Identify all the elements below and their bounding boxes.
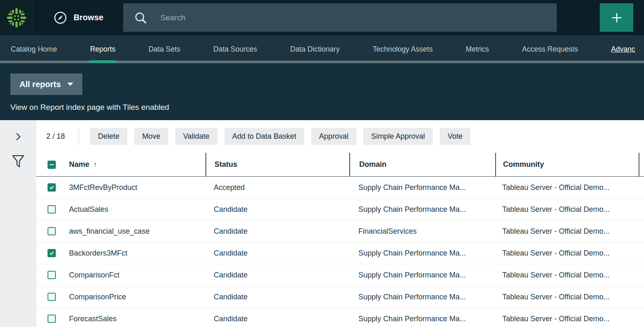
nav-data-sources[interactable]: Data Sources	[213, 35, 257, 63]
domain-cell[interactable]: Supply Chain Performance Ma...	[349, 177, 495, 198]
nav-data-sets[interactable]: Data Sets	[148, 35, 180, 63]
report-name-cell[interactable]: ComparisonPrice	[64, 286, 205, 308]
nav-access-requests[interactable]: Access Requests	[522, 35, 578, 63]
filter-button[interactable]	[10, 152, 26, 171]
row-checkbox[interactable]	[48, 271, 56, 279]
reports-panel: 2 / 18 Delete Move Validate Add to Data …	[36, 120, 644, 327]
collibra-logo-icon	[5, 7, 28, 29]
approval-button[interactable]: Approval	[311, 128, 356, 145]
validate-button[interactable]: Validate	[175, 128, 217, 145]
scope-label: All reports	[19, 80, 61, 89]
nav-metrics[interactable]: Metrics	[466, 35, 489, 63]
report-name-cell[interactable]: ActualSales	[64, 199, 205, 220]
report-name-cell[interactable]: Backorders3MFct	[64, 242, 205, 264]
status-cell: Candidate	[205, 286, 349, 308]
column-header-status[interactable]: Status	[205, 153, 349, 176]
all-reports-dropdown[interactable]: All reports	[10, 73, 82, 95]
content-area: 2 / 18 Delete Move Validate Add to Data …	[0, 120, 644, 327]
view-caption: View on Report index page with Tiles ena…	[10, 103, 644, 112]
left-rail	[0, 120, 36, 327]
domain-cell[interactable]: FinancialServices	[349, 220, 495, 242]
row-checkbox[interactable]	[48, 315, 56, 323]
delete-button[interactable]: Delete	[90, 128, 127, 145]
status-cell: Candidate	[205, 308, 349, 327]
sort-ascending-icon: ↑	[93, 161, 97, 169]
row-checkbox[interactable]	[48, 183, 56, 192]
nav-advanced[interactable]: Advanc	[611, 35, 635, 63]
column-header-domain[interactable]: Domain	[349, 153, 495, 176]
report-name-cell[interactable]: ForecastSales	[64, 308, 205, 327]
community-cell[interactable]: Tableau Server - Official Demo...	[495, 264, 639, 286]
status-cell: Accepted	[205, 177, 349, 198]
nav-data-dictionary[interactable]: Data Dictionary	[290, 35, 340, 63]
vote-button[interactable]: Vote	[440, 128, 470, 145]
table-header-row: Name ↑ Status Domain Community	[36, 153, 644, 177]
primary-nav: Catalog Home Reports Data Sets Data Sour…	[0, 35, 644, 63]
community-cell[interactable]: Tableau Server - Official Demo...	[495, 220, 639, 242]
topbar: Browse	[0, 0, 644, 35]
row-checkbox[interactable]	[48, 293, 56, 301]
row-checkbox[interactable]	[48, 249, 56, 257]
nav-technology-assets[interactable]: Technology Assets	[373, 35, 433, 63]
community-cell[interactable]: Tableau Server - Official Demo...	[495, 199, 639, 220]
community-cell[interactable]: Tableau Server - Official Demo...	[495, 177, 639, 198]
filter-funnel-icon	[12, 154, 25, 170]
domain-cell[interactable]: Supply Chain Performance Ma...	[349, 242, 495, 264]
nav-catalog-home[interactable]: Catalog Home	[11, 35, 57, 63]
browse-label: Browse	[74, 13, 103, 22]
column-header-community[interactable]: Community	[495, 153, 639, 176]
collibra-app: Browse Catalog Home Reports Data Sets Da…	[0, 0, 644, 327]
simple-approval-button[interactable]: Simple Approval	[363, 128, 433, 145]
domain-cell[interactable]: Supply Chain Performance Ma...	[349, 264, 495, 286]
create-asset-button[interactable]	[600, 3, 633, 32]
table-row[interactable]: ComparisonPrice Candidate Supply Chain P…	[36, 286, 644, 308]
status-cell: Candidate	[205, 242, 349, 264]
browse-menu[interactable]: Browse	[33, 0, 124, 35]
indeterminate-dash-icon	[49, 162, 55, 168]
expand-panel-button[interactable]	[14, 131, 23, 142]
row-checkbox[interactable]	[48, 227, 56, 235]
select-all-checkbox[interactable]	[48, 161, 56, 169]
table-row[interactable]: ActualSales Candidate Supply Chain Perfo…	[36, 199, 644, 220]
report-name-cell[interactable]: aws_financial_use_case	[64, 220, 205, 242]
status-cell: Candidate	[205, 264, 349, 286]
table-row[interactable]: ForecastSales Candidate Supply Chain Per…	[36, 308, 644, 327]
domain-cell[interactable]: Supply Chain Performance Ma...	[349, 199, 495, 220]
table-row[interactable]: aws_financial_use_case Candidate Financi…	[36, 220, 644, 242]
selection-count: 2 / 18	[46, 132, 69, 141]
column-header-name[interactable]: Name ↑	[64, 153, 205, 176]
check-icon	[49, 185, 55, 190]
check-icon	[49, 250, 55, 256]
search-icon	[134, 11, 147, 24]
status-cell: Candidate	[205, 199, 349, 220]
report-name-cell[interactable]: 3MFctRevByProduct	[64, 177, 205, 198]
column-header-spacer	[639, 153, 644, 176]
add-to-data-basket-button[interactable]: Add to Data Basket	[224, 128, 304, 145]
reports-table: Name ↑ Status Domain Community 3MFctRevB…	[36, 153, 644, 327]
row-checkbox[interactable]	[48, 205, 56, 213]
move-button[interactable]: Move	[134, 128, 168, 145]
table-row[interactable]: ComparisonFct Candidate Supply Chain Per…	[36, 264, 644, 286]
app-logo[interactable]	[0, 0, 33, 35]
domain-cell[interactable]: Supply Chain Performance Ma...	[349, 286, 495, 308]
table-row[interactable]: 3MFctRevByProduct Accepted Supply Chain …	[36, 177, 644, 199]
status-cell: Candidate	[205, 220, 349, 242]
chevron-right-icon	[16, 133, 21, 141]
plus-icon	[610, 11, 624, 25]
search-bar[interactable]	[123, 3, 557, 32]
domain-cell[interactable]: Supply Chain Performance Ma...	[349, 308, 495, 327]
compass-icon	[54, 11, 67, 24]
community-cell[interactable]: Tableau Server - Official Demo...	[495, 308, 639, 327]
toolbar-divider	[79, 128, 79, 145]
caret-down-icon	[67, 83, 73, 86]
nav-reports[interactable]: Reports	[90, 35, 115, 63]
view-header: All reports View on Report index page wi…	[0, 63, 644, 120]
search-input[interactable]	[160, 13, 557, 23]
community-cell[interactable]: Tableau Server - Official Demo...	[495, 286, 639, 308]
report-name-cell[interactable]: ComparisonFct	[64, 264, 205, 286]
table-row[interactable]: Backorders3MFct Candidate Supply Chain P…	[36, 242, 644, 264]
community-cell[interactable]: Tableau Server - Official Demo...	[495, 242, 639, 264]
bulk-action-toolbar: 2 / 18 Delete Move Validate Add to Data …	[36, 120, 644, 153]
